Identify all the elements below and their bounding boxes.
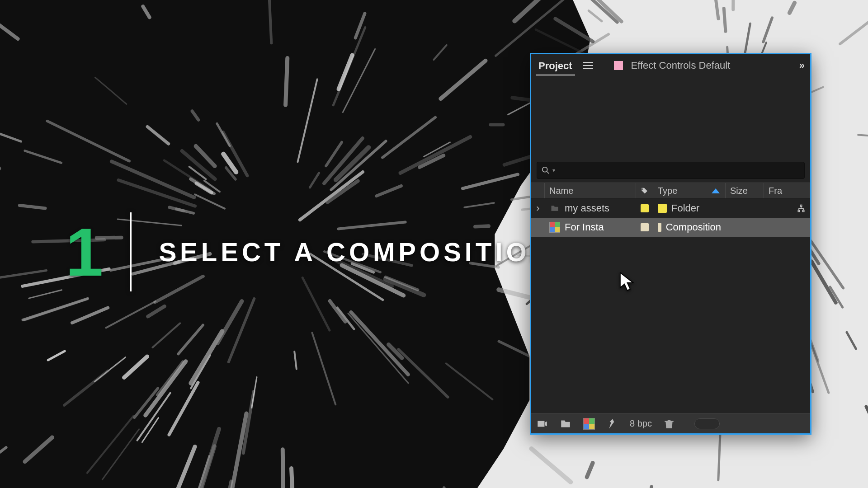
row-name[interactable]: For Insta bbox=[545, 218, 636, 237]
column-expand[interactable] bbox=[531, 183, 545, 198]
delete-button[interactable] bbox=[663, 418, 675, 430]
row-type-text: Composition bbox=[666, 221, 721, 233]
svg-point-0 bbox=[542, 167, 547, 172]
expand-toggle bbox=[531, 218, 545, 237]
interpret-footage-button[interactable] bbox=[536, 418, 548, 430]
row-name-text: my assets bbox=[565, 202, 609, 214]
adjustment-layer-button[interactable] bbox=[606, 418, 619, 430]
row-type: Folder bbox=[653, 199, 726, 218]
column-frame-rate[interactable]: Fra bbox=[764, 183, 810, 198]
flowchart-icon bbox=[797, 204, 806, 213]
row-type-text: Folder bbox=[671, 202, 699, 214]
row-name[interactable]: my assets bbox=[545, 199, 636, 218]
row-size bbox=[726, 218, 764, 237]
svg-line-1 bbox=[547, 172, 549, 174]
tab-effect-controls[interactable]: Effect Controls Default bbox=[631, 60, 731, 71]
row-label-chip[interactable] bbox=[636, 199, 653, 218]
row-label-chip[interactable] bbox=[636, 218, 653, 237]
color-swatch bbox=[614, 61, 623, 70]
column-type-label: Type bbox=[658, 186, 677, 196]
composition-icon bbox=[549, 222, 560, 233]
search-row: ▾ bbox=[531, 158, 810, 183]
new-folder-button[interactable] bbox=[559, 418, 572, 430]
row-flow bbox=[764, 218, 810, 237]
column-label[interactable] bbox=[636, 183, 653, 198]
project-rows: ›my assetsFolderFor InstaComposition bbox=[531, 199, 810, 413]
tab-project[interactable]: Project bbox=[536, 56, 575, 75]
search-icon bbox=[542, 166, 550, 174]
bit-depth-label[interactable]: 8 bpc bbox=[630, 418, 652, 429]
row-flow bbox=[764, 199, 810, 218]
toggle-pill[interactable] bbox=[694, 418, 720, 429]
panel-tab-bar: Project Effect Controls Default » bbox=[531, 54, 810, 77]
tag-icon bbox=[641, 187, 648, 195]
search-input[interactable]: ▾ bbox=[537, 162, 805, 179]
column-type[interactable]: Type bbox=[653, 183, 726, 198]
hamburger-icon[interactable] bbox=[583, 62, 593, 69]
step-caption: 1 SELECT A COMPOSITION bbox=[66, 212, 553, 291]
project-row[interactable]: For InstaComposition bbox=[531, 218, 810, 237]
folder-icon bbox=[549, 204, 560, 213]
panel-footer: 8 bpc bbox=[531, 413, 810, 433]
row-name-text: For Insta bbox=[565, 221, 604, 233]
project-row[interactable]: ›my assetsFolder bbox=[531, 199, 810, 218]
step-number: 1 bbox=[66, 218, 100, 286]
overflow-icon[interactable]: » bbox=[799, 60, 802, 71]
row-size bbox=[726, 199, 764, 218]
project-panel: Project Effect Controls Default » ▾ Name… bbox=[530, 53, 811, 435]
step-title: SELECT A COMPOSITION bbox=[159, 237, 552, 267]
new-composition-button[interactable] bbox=[583, 418, 595, 430]
dropdown-arrow-icon: ▾ bbox=[552, 167, 555, 174]
column-headers: Name Type Size Fra bbox=[531, 183, 810, 199]
sort-ascending-icon bbox=[712, 188, 720, 193]
row-type: Composition bbox=[653, 218, 726, 237]
divider-vertical bbox=[130, 212, 132, 291]
expand-toggle[interactable]: › bbox=[531, 199, 545, 218]
preview-area bbox=[531, 77, 810, 158]
column-name[interactable]: Name bbox=[545, 183, 636, 198]
column-size[interactable]: Size bbox=[726, 183, 764, 198]
